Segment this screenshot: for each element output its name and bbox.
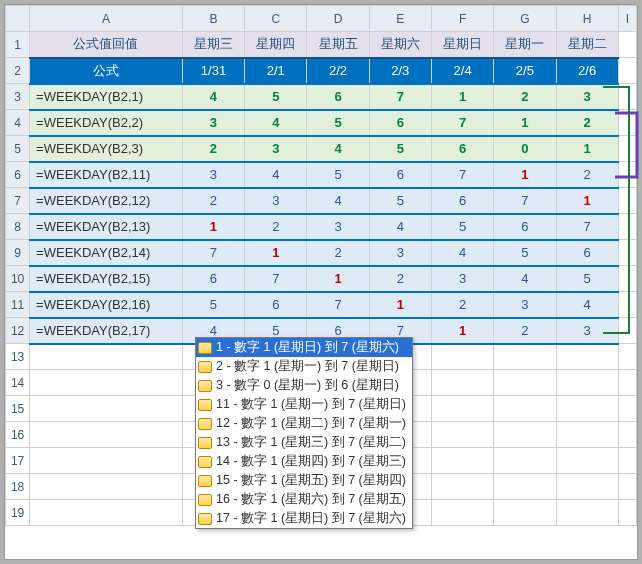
tooltip-item[interactable]: 13 - 數字 1 (星期三) 到 7 (星期二) xyxy=(196,433,412,452)
cell[interactable]: 5 xyxy=(556,266,618,292)
col-header[interactable]: D xyxy=(307,6,369,32)
select-all-corner[interactable] xyxy=(6,6,30,32)
formula-cell[interactable]: =WEEKDAY(B2,15) xyxy=(30,266,183,292)
cell[interactable]: 2 xyxy=(494,318,556,344)
cell[interactable]: 2 xyxy=(556,110,618,136)
cell[interactable] xyxy=(556,396,618,422)
cell[interactable] xyxy=(30,422,183,448)
cell[interactable]: 公式 xyxy=(30,58,183,84)
cell[interactable]: 2/3 xyxy=(369,58,431,84)
cell[interactable]: 2/1 xyxy=(245,58,307,84)
cell[interactable]: 星期一 xyxy=(494,32,556,58)
row-header[interactable]: 12 xyxy=(6,318,30,344)
cell[interactable]: 4 xyxy=(182,84,244,110)
cell[interactable] xyxy=(494,396,556,422)
cell[interactable]: 6 xyxy=(369,110,431,136)
cell[interactable]: 2 xyxy=(369,266,431,292)
cell[interactable] xyxy=(556,370,618,396)
cell[interactable] xyxy=(618,136,636,162)
row-header[interactable]: 15 xyxy=(6,396,30,422)
cell[interactable]: 4 xyxy=(556,292,618,318)
col-header[interactable]: A xyxy=(30,6,183,32)
cell[interactable] xyxy=(618,422,636,448)
col-header[interactable]: B xyxy=(182,6,244,32)
cell[interactable]: 5 xyxy=(307,162,369,188)
cell[interactable] xyxy=(618,292,636,318)
tooltip-item[interactable]: 12 - 數字 1 (星期二) 到 7 (星期一) xyxy=(196,414,412,433)
row-header[interactable]: 2 xyxy=(6,58,30,84)
cell[interactable] xyxy=(30,448,183,474)
cell[interactable] xyxy=(556,344,618,370)
cell[interactable]: 5 xyxy=(369,188,431,214)
cell[interactable]: 2 xyxy=(245,214,307,240)
cell[interactable]: 星期日 xyxy=(431,32,493,58)
row-header[interactable]: 10 xyxy=(6,266,30,292)
cell[interactable] xyxy=(618,58,636,84)
cell[interactable] xyxy=(431,422,493,448)
cell[interactable]: 7 xyxy=(245,266,307,292)
row-header[interactable]: 8 xyxy=(6,214,30,240)
cell[interactable] xyxy=(556,474,618,500)
cell[interactable]: 3 xyxy=(245,136,307,162)
formula-cell[interactable]: =WEEKDAY(B2,12) xyxy=(30,188,183,214)
cell[interactable]: 4 xyxy=(245,110,307,136)
cell[interactable]: 1 xyxy=(556,136,618,162)
cell[interactable]: 3 xyxy=(182,162,244,188)
cell[interactable]: 2/2 xyxy=(307,58,369,84)
cell[interactable]: 7 xyxy=(369,84,431,110)
row-header[interactable]: 4 xyxy=(6,110,30,136)
cell[interactable]: 7 xyxy=(556,214,618,240)
intellisense-tooltip[interactable]: 1 - 數字 1 (星期日) 到 7 (星期六)2 - 數字 1 (星期一) 到… xyxy=(195,337,413,529)
cell[interactable]: 1 xyxy=(431,318,493,344)
cell[interactable]: 1 xyxy=(307,266,369,292)
cell[interactable]: 2/5 xyxy=(494,58,556,84)
formula-cell[interactable]: =WEEKDAY(B2,11) xyxy=(30,162,183,188)
cell[interactable]: 7 xyxy=(494,188,556,214)
cell[interactable]: 2 xyxy=(556,162,618,188)
cell[interactable]: 5 xyxy=(245,84,307,110)
cell[interactable]: 1 xyxy=(556,188,618,214)
cell[interactable] xyxy=(556,448,618,474)
cell[interactable]: 6 xyxy=(431,136,493,162)
cell[interactable] xyxy=(494,474,556,500)
cell[interactable] xyxy=(618,396,636,422)
formula-cell[interactable]: =WEEKDAY(B2,3) xyxy=(30,136,183,162)
cell[interactable]: 3 xyxy=(307,214,369,240)
cell[interactable] xyxy=(494,344,556,370)
cell[interactable] xyxy=(30,344,183,370)
cell[interactable] xyxy=(618,344,636,370)
cell[interactable] xyxy=(431,344,493,370)
col-header[interactable]: G xyxy=(494,6,556,32)
row-header[interactable]: 9 xyxy=(6,240,30,266)
cell[interactable] xyxy=(618,84,636,110)
tooltip-item[interactable]: 1 - 數字 1 (星期日) 到 7 (星期六) xyxy=(196,338,412,357)
cell[interactable] xyxy=(494,370,556,396)
tooltip-item[interactable]: 17 - 數字 1 (星期日) 到 7 (星期六) xyxy=(196,509,412,528)
row-header[interactable]: 17 xyxy=(6,448,30,474)
tooltip-item[interactable]: 14 - 數字 1 (星期四) 到 7 (星期三) xyxy=(196,452,412,471)
col-header[interactable]: C xyxy=(245,6,307,32)
cell[interactable]: 6 xyxy=(182,266,244,292)
row-header[interactable]: 11 xyxy=(6,292,30,318)
cell[interactable]: 5 xyxy=(369,136,431,162)
cell[interactable]: 星期四 xyxy=(245,32,307,58)
cell[interactable]: 1 xyxy=(369,292,431,318)
cell[interactable] xyxy=(494,500,556,526)
cell[interactable]: 5 xyxy=(431,214,493,240)
cell[interactable]: 3 xyxy=(494,292,556,318)
cell[interactable]: 2 xyxy=(182,136,244,162)
cell[interactable]: 3 xyxy=(245,188,307,214)
formula-cell[interactable]: =WEEKDAY(B2,14) xyxy=(30,240,183,266)
col-header[interactable]: E xyxy=(369,6,431,32)
tooltip-item[interactable]: 15 - 數字 1 (星期五) 到 7 (星期四) xyxy=(196,471,412,490)
tooltip-item[interactable]: 16 - 數字 1 (星期六) 到 7 (星期五) xyxy=(196,490,412,509)
cell[interactable]: 6 xyxy=(369,162,431,188)
cell[interactable]: 4 xyxy=(494,266,556,292)
cell[interactable]: 2 xyxy=(182,188,244,214)
cell[interactable]: 星期五 xyxy=(307,32,369,58)
cell[interactable]: 2 xyxy=(431,292,493,318)
cell[interactable] xyxy=(618,188,636,214)
cell[interactable] xyxy=(618,318,636,344)
formula-cell[interactable]: =WEEKDAY(B2,17) xyxy=(30,318,183,344)
cell[interactable]: 4 xyxy=(245,162,307,188)
